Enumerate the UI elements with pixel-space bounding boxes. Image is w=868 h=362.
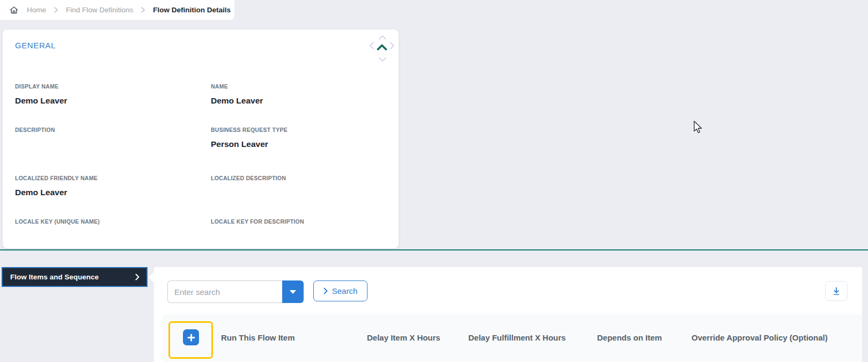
search-dropdown-button[interactable] (282, 280, 304, 303)
breadcrumb-current-page: Flow Definition Details (153, 6, 231, 14)
chevron-right-icon (141, 7, 145, 13)
breadcrumb-home[interactable]: Home (27, 6, 46, 14)
field-value: Demo Leaver (15, 188, 67, 197)
search-group (167, 280, 304, 303)
home-icon[interactable] (9, 5, 19, 15)
download-icon (832, 286, 841, 296)
chevron-right-icon (135, 274, 139, 280)
field-label: DISPLAY NAME (15, 83, 58, 90)
breadcrumb: Home Find Flow Definitions Flow Definiti… (0, 0, 234, 20)
column-header-depends-on-item: Depends on Item (597, 333, 662, 342)
mouse-cursor (693, 121, 705, 136)
chevron-right-icon (54, 7, 58, 13)
download-button[interactable] (825, 281, 848, 301)
flow-definition-details-page: Home Find Flow Definitions Flow Definiti… (0, 0, 868, 362)
search-input[interactable] (167, 280, 282, 303)
column-header-override-approval-policy: Override Approval Policy (Optional) (692, 333, 828, 342)
chevron-right-icon (323, 287, 328, 294)
chevron-right-decor-icon (390, 41, 395, 52)
field-value: Demo Leaver (15, 96, 67, 106)
caret-down-icon (290, 290, 296, 294)
column-header-run-this-flow-item: Run This Flow Item (221, 333, 295, 342)
field-label: LOCALIZED DESCRIPTION (211, 175, 286, 181)
general-section-title: GENERAL (15, 41, 56, 50)
field-label: DESCRIPTION (15, 127, 55, 133)
chevron-up-decor-icon (378, 32, 387, 42)
add-flow-item-button[interactable] (183, 329, 199, 345)
section-divider (0, 249, 868, 250)
chevron-left-decor-icon (369, 41, 374, 52)
search-button[interactable]: Search (313, 280, 367, 301)
field-label: LOCALE KEY FOR DESCRIPTION (211, 218, 304, 225)
field-label: BUSINESS REQUEST TYPE (211, 127, 288, 133)
field-label: LOCALIZED FRIENDLY NAME (15, 175, 98, 181)
search-button-label: Search (332, 286, 358, 295)
column-header-delay-fulfillment-x-hours: Delay Fulfillment X Hours (468, 333, 566, 342)
field-value: Demo Leaver (211, 96, 263, 106)
general-section-card: GENERAL DISPLAY NAME Demo Leaver NAME De… (3, 29, 399, 248)
field-label: LOCALE KEY (UNIQUE NAME) (15, 218, 100, 225)
plus-icon (187, 334, 195, 342)
breadcrumb-find-flow-definitions[interactable]: Find Flow Definitions (66, 6, 133, 14)
field-label: NAME (211, 83, 228, 90)
collapse-section-button[interactable] (369, 33, 395, 59)
column-header-delay-item-x-hours: Delay Item X Hours (367, 333, 440, 342)
chevron-up-icon (377, 43, 387, 53)
panel-notch (149, 272, 154, 283)
tab-flow-items-and-sequence[interactable]: Flow Items and Sequence (2, 267, 148, 287)
tab-label: Flow Items and Sequence (10, 273, 99, 281)
field-value: Person Leaver (211, 139, 268, 149)
chevron-down-decor-icon (378, 55, 387, 64)
